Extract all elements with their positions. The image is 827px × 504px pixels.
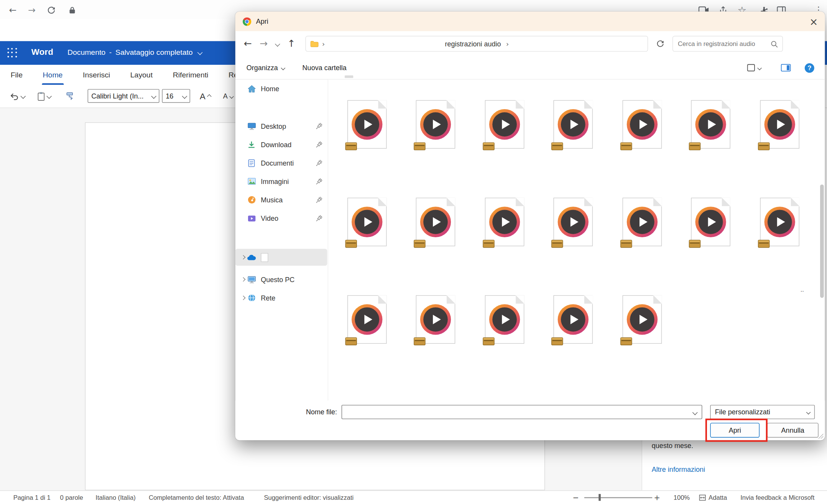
app-overlay-icon bbox=[758, 142, 769, 150]
dialog-search-box[interactable] bbox=[672, 36, 783, 52]
doc-name: Documento bbox=[67, 48, 105, 56]
zoom-out-button[interactable]: − bbox=[572, 494, 579, 501]
more-info-link[interactable]: Altre informazioni bbox=[652, 466, 705, 474]
sidebar-item-onedrive[interactable] bbox=[235, 249, 327, 266]
audio-file-item[interactable] bbox=[676, 198, 745, 257]
status-page-count[interactable]: Pagina 1 di 1 bbox=[13, 494, 51, 501]
page-fold bbox=[516, 100, 524, 108]
dialog-close-icon[interactable]: × bbox=[806, 14, 822, 30]
audio-file-item[interactable] bbox=[539, 295, 607, 354]
zoom-slider[interactable] bbox=[584, 497, 652, 498]
feedback-link[interactable]: Invia feedback a Microsoft bbox=[740, 494, 814, 501]
audio-file-item[interactable] bbox=[401, 100, 470, 159]
audio-file-item[interactable] bbox=[401, 295, 470, 354]
dialog-scrollbar-thumb[interactable] bbox=[820, 184, 824, 298]
nav-back-icon[interactable]: ← bbox=[244, 39, 252, 49]
grow-font-button[interactable]: A bbox=[200, 89, 211, 103]
audio-file-item[interactable] bbox=[401, 198, 470, 257]
audio-file-item[interactable] bbox=[539, 100, 607, 159]
zoom-level[interactable]: 100% bbox=[674, 494, 690, 501]
page-fold bbox=[791, 100, 799, 108]
fit-width-button[interactable]: Adatta bbox=[699, 494, 727, 501]
tab-riferimenti[interactable]: Riferimenti bbox=[172, 65, 209, 85]
file-page-icon bbox=[485, 295, 524, 344]
preview-pane-button[interactable] bbox=[781, 64, 791, 72]
play-badge-icon bbox=[420, 109, 451, 140]
format-painter-icon[interactable] bbox=[66, 89, 76, 103]
audio-file-item[interactable] bbox=[745, 100, 814, 159]
app-overlay-icon bbox=[483, 142, 494, 150]
app-launcher-icon[interactable] bbox=[7, 48, 17, 58]
tab-layout[interactable]: Layout bbox=[129, 65, 154, 85]
undo-button[interactable] bbox=[10, 89, 25, 103]
pin-icon bbox=[316, 215, 323, 222]
audio-file-item[interactable] bbox=[332, 100, 401, 159]
address-breadcrumb[interactable]: › registrazioni audio › bbox=[306, 36, 648, 52]
view-mode-button[interactable] bbox=[747, 64, 761, 72]
word-logo[interactable]: Word bbox=[31, 48, 53, 57]
tab-file[interactable]: File bbox=[10, 65, 24, 85]
new-folder-button[interactable]: Nuova cartella bbox=[303, 64, 347, 72]
audio-file-item[interactable] bbox=[608, 295, 676, 354]
app-overlay-icon bbox=[345, 240, 357, 248]
zoom-slider-thumb[interactable] bbox=[598, 494, 601, 501]
audio-file-item[interactable] bbox=[470, 198, 539, 257]
search-input[interactable] bbox=[673, 40, 768, 48]
pictures-icon bbox=[247, 177, 256, 186]
sidebar-item-desktop[interactable]: Desktop bbox=[235, 118, 327, 134]
audio-file-item[interactable] bbox=[608, 198, 676, 257]
play-badge-icon bbox=[558, 109, 589, 140]
resize-grip[interactable] bbox=[817, 433, 823, 438]
sidebar-item-rete[interactable]: Rete bbox=[235, 290, 327, 306]
audio-file-item[interactable] bbox=[470, 100, 539, 159]
browser-back-icon[interactable]: ← bbox=[5, 3, 20, 18]
sidebar-item-documenti[interactable]: Documenti bbox=[235, 155, 327, 171]
audio-file-item[interactable] bbox=[332, 198, 401, 257]
refresh-icon[interactable] bbox=[656, 39, 664, 48]
tab-inserisci[interactable]: Inserisci bbox=[82, 65, 111, 85]
sidebar-item-immagini[interactable]: Immagini bbox=[235, 174, 327, 189]
filename-input[interactable] bbox=[342, 405, 688, 418]
status-editor-suggestions[interactable]: Suggerimenti editor: visualizzati bbox=[264, 494, 354, 501]
status-word-count[interactable]: 0 parole bbox=[60, 494, 83, 501]
play-badge-icon bbox=[626, 304, 657, 335]
shrink-font-button[interactable]: A bbox=[223, 89, 233, 103]
filename-combobox[interactable] bbox=[342, 405, 702, 419]
audio-file-item[interactable] bbox=[470, 295, 539, 354]
audio-file-item[interactable] bbox=[332, 295, 401, 354]
nav-recent-chevron-icon[interactable] bbox=[275, 41, 280, 46]
audio-file-item[interactable] bbox=[608, 100, 676, 159]
help-icon[interactable]: ? bbox=[805, 63, 814, 72]
tab-home[interactable]: Home bbox=[42, 65, 64, 85]
status-language[interactable]: Italiano (Italia) bbox=[95, 494, 135, 501]
document-title[interactable]: Documento - Salvataggio completato bbox=[67, 48, 202, 56]
audio-file-item[interactable] bbox=[676, 100, 745, 159]
font-family-select[interactable]: Calibri Light (In... bbox=[88, 89, 159, 103]
audio-file-item[interactable] bbox=[539, 198, 607, 257]
cancel-button[interactable]: Annulla bbox=[767, 423, 818, 438]
file-open-dialog: Apri × ← → ↑ › registrazioni audio › bbox=[235, 11, 825, 440]
audio-file-item[interactable] bbox=[745, 198, 814, 257]
nav-up-icon[interactable]: ↑ bbox=[288, 39, 296, 49]
sidebar-item-video[interactable]: Video bbox=[235, 210, 327, 226]
nav-forward-icon[interactable]: → bbox=[260, 39, 268, 49]
zoom-in-button[interactable]: + bbox=[654, 494, 660, 501]
page-fold bbox=[447, 100, 455, 108]
this-pc-icon bbox=[247, 275, 256, 284]
sidebar-item-home[interactable]: Home bbox=[235, 80, 327, 96]
chevron-down-icon bbox=[692, 410, 698, 415]
browser-reload-icon[interactable] bbox=[44, 3, 59, 18]
sidebar-item-questo-pc[interactable]: Questo PC bbox=[235, 271, 327, 287]
breadcrumb-folder[interactable]: registrazioni audio › bbox=[306, 40, 648, 48]
browser-forward-icon[interactable]: → bbox=[25, 3, 39, 18]
paste-button[interactable] bbox=[37, 89, 51, 103]
organize-button[interactable]: Organizza bbox=[247, 64, 285, 72]
status-text-completion[interactable]: Completamento del testo: Attivata bbox=[149, 494, 244, 501]
sidebar-item-download[interactable]: Download bbox=[235, 136, 327, 152]
page-fold bbox=[378, 295, 386, 304]
site-info-lock-icon[interactable] bbox=[65, 3, 80, 18]
dialog-titlebar[interactable]: Apri × bbox=[235, 11, 825, 31]
sidebar-item-musica[interactable]: Musica bbox=[235, 192, 327, 208]
filetype-select[interactable]: File personalizzati bbox=[710, 405, 815, 419]
font-size-select[interactable]: 16 bbox=[162, 89, 190, 103]
